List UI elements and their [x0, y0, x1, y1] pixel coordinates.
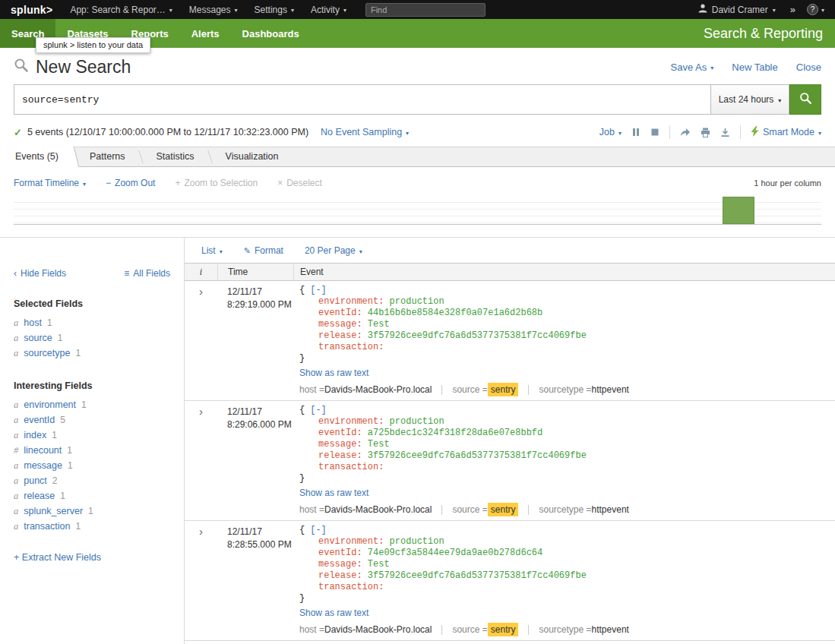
- result-tab-visualization[interactable]: Visualization: [210, 147, 294, 166]
- search-query-input[interactable]: [14, 84, 710, 115]
- field-item[interactable]: asourcetype1: [14, 346, 170, 361]
- tag-value[interactable]: sentry: [488, 383, 519, 396]
- json-collapse-toggle[interactable]: [-]: [310, 525, 327, 535]
- show-raw-link[interactable]: Show as raw text: [299, 608, 368, 618]
- event-field-tag[interactable]: source = sentry: [452, 383, 518, 396]
- field-name[interactable]: environment: [24, 399, 76, 410]
- help-menu[interactable]: ? ▾: [802, 4, 829, 15]
- format-menu[interactable]: ✎Format: [244, 245, 283, 256]
- zoom-out-button[interactable]: −Zoom Out: [106, 178, 155, 188]
- hide-fields-button[interactable]: ‹ Hide Fields: [14, 268, 66, 279]
- splunk-logo[interactable]: splunk>: [6, 4, 62, 16]
- tag-value[interactable]: sentry: [488, 623, 519, 636]
- json-collapse-toggle[interactable]: [-]: [310, 405, 327, 415]
- per-page-menu[interactable]: 20 Per Page▾: [305, 245, 362, 256]
- field-name[interactable]: eventId: [24, 415, 55, 425]
- expand-chevron[interactable]: ›: [185, 405, 217, 516]
- event-field-tag[interactable]: sourcetype = httpevent: [539, 623, 628, 636]
- result-tab-events-5-[interactable]: Events (5): [0, 147, 74, 167]
- events-table-header: i Time Event: [185, 263, 835, 281]
- topbar-menu[interactable]: App: Search & Repor…▾: [62, 0, 180, 19]
- field-item[interactable]: asplunk_server1: [14, 504, 170, 519]
- json-close-brace: }: [299, 353, 835, 365]
- tag-value[interactable]: Davids-MacBook-Pro.local: [324, 383, 432, 396]
- user-menu[interactable]: David Cramer ▾: [691, 0, 783, 19]
- field-item[interactable]: asource1: [14, 330, 170, 346]
- field-name[interactable]: punct: [24, 475, 47, 486]
- close-button[interactable]: Close: [796, 62, 821, 73]
- topbar-menu[interactable]: Messages▾: [181, 0, 246, 19]
- event-field-tag[interactable]: source = sentry: [452, 623, 518, 636]
- topbar-menu[interactable]: Activity▾: [302, 0, 355, 19]
- show-raw-link[interactable]: Show as raw text: [299, 488, 368, 498]
- job-menu[interactable]: Job▾: [599, 127, 622, 137]
- new-table-button[interactable]: New Table: [732, 62, 777, 73]
- format-timeline-menu[interactable]: Format Timeline▾: [14, 178, 86, 188]
- field-name[interactable]: splunk_server: [24, 506, 83, 516]
- event-sampling-menu[interactable]: No Event Sampling▾: [321, 127, 409, 137]
- search-mode-menu[interactable]: Smart Mode ▾: [751, 126, 821, 139]
- json-key: eventId:: [318, 428, 362, 438]
- all-fields-button[interactable]: ≡ All Fields: [124, 268, 170, 279]
- double-arrow-icon[interactable]: »: [783, 4, 802, 15]
- event-field-tag[interactable]: host = Davids-MacBook-Pro.local: [299, 503, 432, 516]
- export-button[interactable]: [720, 128, 730, 137]
- timeline-bar[interactable]: [723, 197, 754, 224]
- save-as-button[interactable]: Save As▾: [671, 62, 714, 73]
- topbar-menu[interactable]: Settings▾: [246, 0, 302, 19]
- event-field-tag[interactable]: source = sentry: [452, 503, 518, 516]
- json-collapse-toggle[interactable]: [-]: [310, 285, 327, 295]
- tag-value[interactable]: Davids-MacBook-Pro.local: [324, 503, 432, 516]
- pause-button[interactable]: [631, 128, 640, 137]
- field-name[interactable]: sourcetype: [24, 348, 70, 358]
- field-name[interactable]: host: [24, 317, 42, 328]
- field-item[interactable]: ahost1: [14, 315, 170, 330]
- field-item[interactable]: #linecount1: [14, 443, 170, 458]
- caret-down-icon: ▾: [359, 248, 362, 255]
- expand-chevron[interactable]: ›: [185, 525, 217, 636]
- result-tab-patterns[interactable]: Patterns: [74, 147, 141, 166]
- event-field-tags: host = Davids-MacBook-Pro.localsource = …: [299, 383, 835, 396]
- field-item[interactable]: apunct2: [14, 473, 170, 488]
- event-field-tag[interactable]: sourcetype = httpevent: [539, 503, 628, 516]
- tag-value[interactable]: Davids-MacBook-Pro.local: [324, 623, 432, 636]
- print-button[interactable]: [701, 128, 710, 137]
- field-name[interactable]: index: [24, 430, 46, 440]
- tag-value[interactable]: httpevent: [592, 503, 629, 516]
- field-item[interactable]: amessage1: [14, 458, 170, 473]
- list-view-menu[interactable]: List▾: [201, 245, 223, 256]
- field-item[interactable]: aeventId5: [14, 412, 170, 428]
- app-tab-alerts[interactable]: Alerts: [180, 19, 231, 48]
- field-item[interactable]: aindex1: [14, 428, 170, 443]
- expand-chevron[interactable]: ›: [185, 285, 217, 396]
- tag-value[interactable]: httpevent: [592, 383, 629, 396]
- timeline-chart[interactable]: [14, 196, 821, 225]
- time-range-picker[interactable]: Last 24 hours▾: [710, 84, 789, 115]
- tag-value[interactable]: httpevent: [592, 623, 629, 636]
- json-value: Test: [362, 319, 390, 330]
- search-submit-button[interactable]: [789, 84, 821, 115]
- show-raw-link[interactable]: Show as raw text: [299, 368, 368, 378]
- result-tab-statistics[interactable]: Statistics: [141, 147, 210, 166]
- find-input[interactable]: [365, 3, 486, 17]
- field-item[interactable]: aenvironment1: [14, 397, 170, 412]
- topbar-menus: App: Search & Repor…▾Messages▾Settings▾A…: [62, 0, 355, 19]
- app-tab-dashboards[interactable]: Dashboards: [231, 19, 311, 48]
- extract-new-fields-link[interactable]: + Extract New Fields: [14, 552, 101, 563]
- tag-value[interactable]: sentry: [488, 503, 519, 516]
- event-field-tag[interactable]: sourcetype = httpevent: [539, 383, 628, 396]
- field-item[interactable]: arelease1: [14, 488, 170, 504]
- event-field-tag[interactable]: host = Davids-MacBook-Pro.local: [299, 623, 432, 636]
- zoom-to-selection-button[interactable]: +Zoom to Selection: [175, 178, 258, 188]
- field-item[interactable]: atransaction1: [14, 519, 170, 534]
- stop-button[interactable]: [650, 128, 659, 137]
- deselect-button[interactable]: ×Deselect: [277, 178, 322, 188]
- field-name[interactable]: transaction: [24, 521, 70, 532]
- tag-label: sourcetype =: [539, 623, 591, 636]
- field-name[interactable]: linecount: [24, 445, 62, 456]
- share-button[interactable]: [680, 128, 691, 137]
- event-field-tag[interactable]: host = Davids-MacBook-Pro.local: [299, 383, 432, 396]
- field-name[interactable]: source: [24, 333, 52, 343]
- field-name[interactable]: release: [24, 491, 55, 501]
- field-name[interactable]: message: [24, 460, 62, 471]
